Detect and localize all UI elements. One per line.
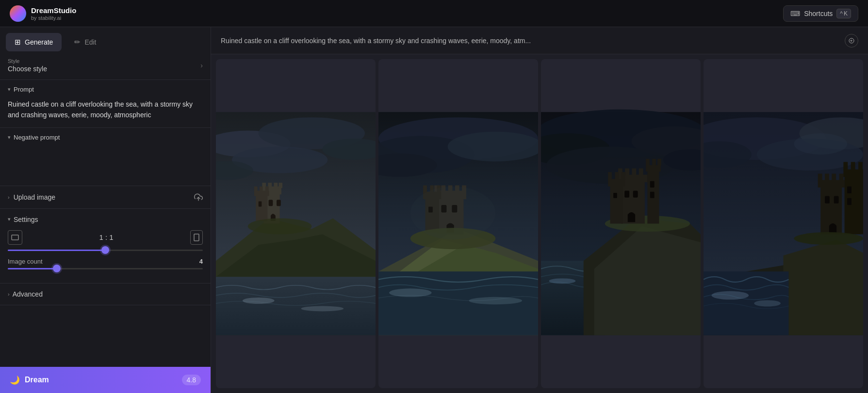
svg-rect-75 — [639, 168, 643, 175]
svg-rect-87 — [633, 191, 638, 198]
style-section-label: Style — [8, 58, 47, 64]
sidebar: ⊞ Generate ✏ Edit Style Choose style › ▾… — [0, 27, 211, 393]
svg-rect-39 — [378, 271, 538, 335]
landscape-rect-icon — [11, 235, 19, 240]
upload-image-section[interactable]: › Upload image — [0, 186, 211, 209]
logo-area: DreamStudio by stability.ai — [10, 5, 76, 22]
shortcuts-label: Shortcuts — [804, 10, 833, 17]
svg-rect-18 — [262, 183, 266, 188]
prompt-bar-text: Ruined castle on a cliff overlooking the… — [221, 37, 839, 45]
main-layout: ⊞ Generate ✏ Edit Style Choose style › ▾… — [0, 27, 868, 393]
aspect-landscape-icon[interactable] — [8, 230, 22, 245]
shortcuts-button[interactable]: ⌨ Shortcuts ^ K — [783, 5, 858, 22]
settings-label: Settings — [14, 216, 38, 223]
image-card-3[interactable] — [541, 59, 701, 388]
svg-rect-80 — [657, 159, 661, 166]
image-card-2[interactable] — [378, 59, 538, 388]
ctrl-key: ^ — [840, 10, 843, 17]
dream-btn-content: 🌙 Dream — [10, 375, 49, 385]
svg-rect-78 — [646, 159, 650, 166]
settings-section: ▾ Settings 1 : 1 — [0, 209, 211, 283]
aspect-portrait-icon[interactable] — [190, 230, 203, 245]
moon-icon: 🌙 — [10, 375, 20, 385]
dream-label: Dream — [25, 376, 49, 384]
svg-rect-28 — [277, 200, 281, 206]
svg-rect-21 — [278, 183, 282, 188]
prompt-section: ▾ Prompt Ruined castle on a cliff overlo… — [0, 80, 211, 128]
keyboard-icon: ⌨ — [790, 10, 800, 17]
svg-point-118 — [794, 232, 863, 245]
svg-rect-27 — [269, 200, 273, 206]
dream-button[interactable]: 🌙 Dream 4.8 — [0, 367, 211, 393]
style-label-group: Style Choose style — [8, 58, 47, 73]
svg-rect-86 — [624, 191, 629, 198]
count-slider-thumb[interactable] — [53, 265, 61, 272]
advanced-label: Advanced — [13, 290, 43, 298]
svg-point-14 — [243, 298, 275, 304]
chevron-right-icon: › — [200, 62, 203, 69]
svg-rect-113 — [858, 162, 863, 170]
image-count-value: 4 — [199, 258, 203, 265]
dream-version: 4.8 — [182, 375, 201, 385]
style-section[interactable]: Style Choose style › — [0, 51, 211, 80]
svg-rect-83 — [608, 172, 612, 179]
negative-prompt-content[interactable] — [0, 147, 211, 186]
svg-rect-106 — [825, 173, 829, 181]
svg-point-66 — [549, 278, 575, 283]
svg-rect-2 — [194, 234, 199, 241]
svg-rect-81 — [610, 186, 623, 224]
castle-scene-1 — [216, 59, 376, 388]
upload-image-label: Upload image — [14, 193, 55, 201]
prompt-header[interactable]: ▾ Prompt — [0, 80, 211, 97]
svg-rect-105 — [818, 173, 822, 181]
svg-point-41 — [469, 297, 522, 304]
negative-prompt-header[interactable]: ▾ Negative prompt — [0, 128, 211, 147]
image-card-1[interactable] — [216, 59, 376, 388]
aspect-slider-fill — [8, 250, 105, 251]
svg-rect-117 — [847, 198, 852, 205]
svg-rect-110 — [843, 170, 863, 177]
style-value: Choose style — [8, 65, 47, 73]
svg-rect-19 — [268, 183, 272, 188]
castle-scene-3 — [541, 59, 701, 388]
svg-rect-116 — [847, 187, 852, 193]
settings-chevron-icon: ▾ — [8, 216, 11, 222]
k-key: K — [844, 10, 848, 17]
advanced-section[interactable]: › Advanced — [0, 283, 211, 305]
aspect-slider-thumb[interactable] — [101, 246, 109, 254]
logo-text: DreamStudio by stability.ai — [31, 6, 76, 21]
tab-generate-label: Generate — [25, 38, 53, 46]
shortcut-key: ^ K — [836, 9, 851, 18]
svg-point-58 — [410, 187, 495, 240]
settings-header[interactable]: ▾ Settings — [0, 209, 211, 228]
back-arrow-icon — [849, 38, 854, 44]
svg-rect-73 — [625, 168, 629, 175]
image-grid — [211, 54, 868, 393]
upload-icon — [194, 193, 203, 202]
svg-rect-109 — [845, 176, 863, 235]
aspect-ratio-value: 1 : 1 — [99, 233, 113, 241]
image-card-4[interactable] — [704, 59, 863, 388]
aspect-ratio-slider[interactable] — [8, 250, 203, 251]
svg-rect-90 — [613, 193, 617, 198]
logo-subtitle: by stability.ai — [31, 15, 76, 21]
svg-rect-29 — [259, 201, 262, 206]
prompt-text[interactable]: Ruined castle on a cliff overlooking the… — [0, 97, 211, 127]
image-count-slider[interactable] — [8, 268, 203, 269]
topbar: DreamStudio by stability.ai ⌨ Shortcuts … — [0, 0, 868, 27]
svg-rect-85 — [622, 172, 625, 179]
castle-scene-2 — [378, 59, 538, 388]
svg-rect-22 — [256, 194, 267, 221]
svg-rect-25 — [260, 187, 263, 192]
settings-content: 1 : 1 Image count 4 — [0, 228, 211, 283]
tab-edit[interactable]: ✏ Edit — [66, 33, 105, 51]
svg-rect-108 — [839, 173, 844, 181]
svg-rect-82 — [608, 179, 625, 186]
nav-tabs: ⊞ Generate ✏ Edit — [0, 27, 211, 51]
back-button[interactable] — [845, 34, 858, 47]
edit-icon: ✏ — [74, 38, 81, 47]
upload-left: › Upload image — [8, 193, 55, 201]
svg-rect-112 — [851, 162, 855, 170]
advanced-chevron-icon: › — [8, 291, 10, 297]
tab-generate[interactable]: ⊞ Generate — [6, 33, 62, 51]
